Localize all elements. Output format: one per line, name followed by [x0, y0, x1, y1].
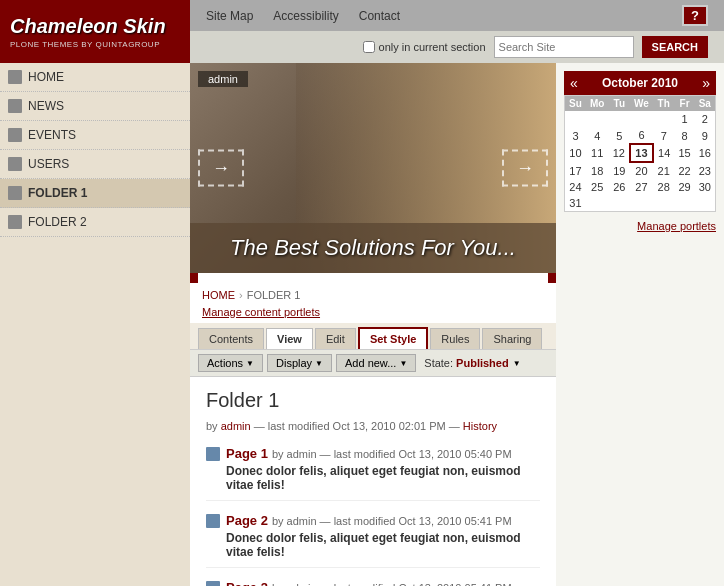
calendar-day-cell	[695, 195, 716, 212]
calendar-title: October 2010	[602, 76, 678, 90]
news-link[interactable]: NEWS	[28, 99, 64, 113]
list-item: Page 1 by admin — last modified Oct 13, …	[206, 446, 540, 501]
calendar-day-cell: 22	[674, 162, 694, 179]
calendar-day-cell: 25	[586, 179, 609, 195]
page1-desc: Donec dolor felis, aliquet eget feugiat …	[206, 464, 540, 492]
calendar-day-cell: 24	[565, 179, 586, 195]
list-item: Page 3 by admin — last modified Oct 13, …	[206, 580, 540, 586]
calendar-day-cell	[609, 111, 630, 127]
calendar-day-cell: 20	[630, 162, 653, 179]
logo-subtitle: PLONE THEMES BY QUINTAGROUP	[10, 40, 180, 49]
banner-text: The Best Solutions For You...	[190, 223, 556, 273]
calendar-day-cell: 18	[586, 162, 609, 179]
search-input[interactable]	[494, 36, 634, 58]
calendar-day-cell: 12	[609, 144, 630, 162]
calendar-day-cell	[586, 195, 609, 212]
calendar-day-cell: 9	[695, 127, 716, 144]
contact-link[interactable]: Contact	[359, 9, 400, 23]
calendar-day-header: Fr	[674, 96, 694, 112]
folder2-link[interactable]: FOLDER 2	[28, 215, 87, 229]
calendar-day-cell: 15	[674, 144, 694, 162]
banner-prev-button[interactable]: →	[198, 150, 244, 187]
sidebar-item-folder2[interactable]: FOLDER 2	[0, 208, 190, 237]
calendar-day-header: Tu	[609, 96, 630, 112]
sidebar-item-folder1[interactable]: FOLDER 1	[0, 179, 190, 208]
calendar-day-cell: 4	[586, 127, 609, 144]
sidebar-item-users[interactable]: USERS	[0, 150, 190, 179]
calendar-day-cell	[653, 195, 674, 212]
actions-button[interactable]: Actions▼	[198, 354, 263, 372]
calendar-day-cell[interactable]: 13	[630, 144, 653, 162]
banner-next-button[interactable]: →	[502, 150, 548, 187]
sidebar-nav: HOME NEWS EVENTS USERS FOLDER 1	[0, 63, 190, 237]
events-link[interactable]: EVENTS	[28, 128, 76, 142]
sidebar-item-news[interactable]: NEWS	[0, 92, 190, 121]
right-panel: « October 2010 » SuMoTuWeThFrSa 12345678…	[556, 63, 724, 586]
calendar-next-button[interactable]: »	[702, 75, 710, 91]
calendar-day-cell: 31	[565, 195, 586, 212]
calendar-day-header: Th	[653, 96, 674, 112]
calendar-day-cell: 5	[609, 127, 630, 144]
accessibility-link[interactable]: Accessibility	[273, 9, 338, 23]
calendar-day-cell	[586, 111, 609, 127]
folder1-link[interactable]: FOLDER 1	[28, 186, 87, 200]
breadcrumb-separator: ›	[239, 289, 243, 301]
state-dropdown-arrow[interactable]: ▼	[513, 359, 521, 368]
banner-admin-label[interactable]: admin	[198, 71, 248, 87]
search-button[interactable]: SEARCH	[642, 36, 708, 58]
calendar-day-header: We	[630, 96, 653, 112]
calendar-day-cell: 2	[695, 111, 716, 127]
display-button[interactable]: Display▼	[267, 354, 332, 372]
page-content: Folder 1 by admin — last modified Oct 13…	[190, 377, 556, 586]
page-icon	[206, 514, 220, 528]
calendar-day-cell: 28	[653, 179, 674, 195]
calendar-day-cell: 19	[609, 162, 630, 179]
page-author-link[interactable]: admin	[221, 420, 251, 432]
tabs-container: Contents View Edit Set Style Rules Shari…	[190, 323, 556, 350]
calendar-day-cell: 21	[653, 162, 674, 179]
manage-content-portlets-link[interactable]: Manage content portlets	[202, 306, 320, 318]
current-section-checkbox[interactable]	[363, 41, 375, 53]
page-icon	[206, 581, 220, 587]
banner: admin → → The Best Solutions For You...	[190, 63, 556, 273]
calendar-prev-button[interactable]: «	[570, 75, 578, 91]
add-new-button[interactable]: Add new...▼	[336, 354, 416, 372]
manage-portlets-link[interactable]: Manage portlets	[564, 220, 716, 232]
page-title: Folder 1	[206, 389, 540, 412]
page-icon	[206, 447, 220, 461]
calendar: « October 2010 » SuMoTuWeThFrSa 12345678…	[564, 71, 716, 232]
calendar-day-header: Su	[565, 96, 586, 112]
logo-area: Chameleon Skin PLONE THEMES BY QUINTAGRO…	[0, 0, 190, 63]
calendar-day-cell: 8	[674, 127, 694, 144]
calendar-day-cell: 14	[653, 144, 674, 162]
tab-contents[interactable]: Contents	[198, 328, 264, 349]
calendar-day-cell	[630, 111, 653, 127]
current-section-label: only in current section	[379, 41, 486, 53]
tab-setstyle[interactable]: Set Style	[358, 327, 428, 349]
calendar-day-cell: 30	[695, 179, 716, 195]
breadcrumb-home[interactable]: HOME	[202, 289, 235, 301]
sidebar-item-events[interactable]: EVENTS	[0, 121, 190, 150]
calendar-day-cell	[653, 111, 674, 127]
calendar-day-cell: 17	[565, 162, 586, 179]
calendar-day-cell: 10	[565, 144, 586, 162]
tab-sharing[interactable]: Sharing	[482, 328, 542, 349]
calendar-day-cell: 26	[609, 179, 630, 195]
tab-rules[interactable]: Rules	[430, 328, 480, 349]
tab-view[interactable]: View	[266, 328, 313, 349]
page3-title-link[interactable]: Page 3	[226, 580, 268, 586]
page-meta: by admin — last modified Oct 13, 2010 02…	[206, 420, 540, 432]
tab-edit[interactable]: Edit	[315, 328, 356, 349]
users-link[interactable]: USERS	[28, 157, 69, 171]
sidebar-item-home[interactable]: HOME	[0, 63, 190, 92]
page1-title-link[interactable]: Page 1	[226, 446, 268, 461]
help-button[interactable]: ?	[682, 5, 708, 26]
calendar-day-header: Sa	[695, 96, 716, 112]
page2-desc: Donec dolor felis, aliquet eget feugiat …	[206, 531, 540, 559]
calendar-day-cell	[565, 111, 586, 127]
history-link[interactable]: History	[463, 420, 497, 432]
calendar-day-cell: 23	[695, 162, 716, 179]
home-link[interactable]: HOME	[28, 70, 64, 84]
sitemap-link[interactable]: Site Map	[206, 9, 253, 23]
page2-title-link[interactable]: Page 2	[226, 513, 268, 528]
